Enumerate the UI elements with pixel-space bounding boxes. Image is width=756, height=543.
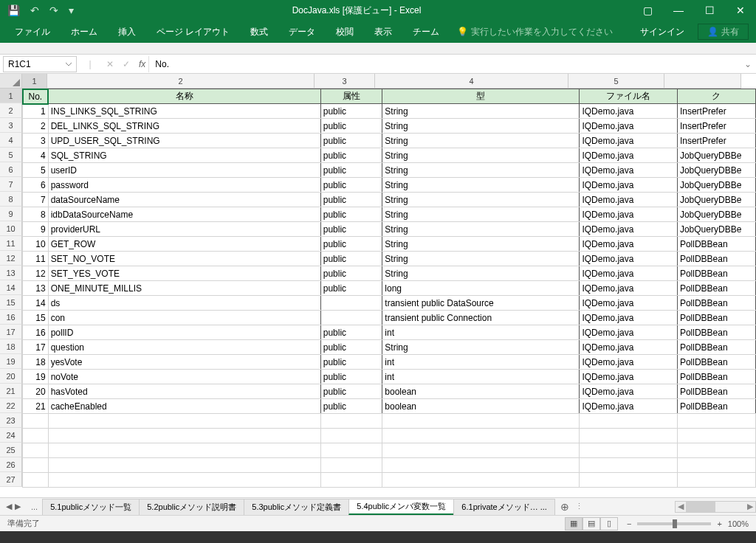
data-cell[interactable] [320, 311, 382, 325]
view-page-layout-button[interactable]: ▤ [583, 517, 600, 530]
row-header[interactable]: 22 [0, 398, 22, 413]
empty-cell[interactable] [48, 473, 320, 488]
row-number-cell[interactable]: 4 [23, 148, 49, 163]
data-cell[interactable]: IQDemo.java [580, 266, 678, 281]
row-header[interactable]: 25 [0, 443, 22, 457]
sheet-tab[interactable]: 5.2publicメソッド説明書 [139, 499, 244, 515]
empty-cell[interactable] [320, 458, 382, 473]
data-cell[interactable]: public [320, 119, 382, 134]
row-number-cell[interactable]: 13 [23, 281, 49, 296]
data-cell[interactable]: yesVote [48, 355, 320, 370]
empty-cell[interactable] [48, 458, 320, 473]
row-header[interactable]: 14 [0, 280, 22, 295]
sheet-tab[interactable]: 6.1privateメソッド… ... [453, 499, 555, 515]
data-cell[interactable]: cacheEnabled [48, 399, 320, 414]
sheet-tab[interactable]: 5.3publicメソッド定義書 [244, 499, 349, 515]
data-cell[interactable]: IQDemo.java [580, 193, 678, 207]
data-cell[interactable]: IQDemo.java [580, 134, 678, 148]
tabs-overflow-left[interactable]: ... [27, 502, 42, 511]
data-cell[interactable]: public [320, 178, 382, 193]
data-cell[interactable]: IQDemo.java [580, 325, 678, 340]
data-cell[interactable]: String [382, 193, 580, 207]
data-cell[interactable]: DEL_LINKS_SQL_STRING [48, 119, 320, 134]
tab-nav-prev-icon[interactable]: ◀ [6, 502, 12, 511]
data-cell[interactable]: public [320, 325, 382, 340]
data-cell[interactable]: String [382, 207, 580, 222]
empty-cell[interactable] [677, 473, 755, 488]
row-number-cell[interactable]: 9 [23, 222, 49, 237]
row-number-cell[interactable]: 1 [23, 104, 49, 119]
empty-cell[interactable] [677, 458, 755, 473]
row-header[interactable]: 26 [0, 457, 22, 472]
table-header-cell[interactable]: 属性 [320, 89, 382, 104]
zoom-percent[interactable]: 100% [728, 519, 749, 528]
data-cell[interactable]: IQDemo.java [580, 119, 678, 134]
data-cell[interactable]: con [48, 311, 320, 325]
row-header[interactable]: 23 [0, 413, 22, 428]
data-cell[interactable]: public [320, 193, 382, 207]
data-cell[interactable]: PollDBBean [677, 370, 755, 384]
data-cell[interactable]: ds [48, 296, 320, 311]
data-cell[interactable]: InsertPrefer [677, 119, 755, 134]
empty-cell[interactable] [23, 414, 49, 429]
column-header[interactable]: 3 [315, 74, 375, 89]
empty-cell[interactable] [320, 429, 382, 443]
data-cell[interactable]: String [382, 104, 580, 119]
data-cell[interactable]: question [48, 340, 320, 355]
data-cell[interactable]: boolean [382, 399, 580, 414]
row-header[interactable]: 10 [0, 221, 22, 236]
data-cell[interactable]: String [382, 266, 580, 281]
data-cell[interactable]: hasVoted [48, 384, 320, 399]
data-cell[interactable]: userID [48, 163, 320, 178]
row-number-cell[interactable]: 11 [23, 252, 49, 266]
row-header[interactable]: 9 [0, 207, 22, 221]
data-cell[interactable]: String [382, 119, 580, 134]
ribbon-tab-6[interactable]: 校閲 [326, 21, 364, 43]
column-header[interactable]: 5 [568, 74, 664, 89]
ribbon-tab-2[interactable]: 挿入 [108, 21, 146, 43]
close-button[interactable]: ✕ [725, 0, 756, 21]
data-cell[interactable]: pollID [48, 325, 320, 340]
table-header-cell[interactable]: ク [677, 89, 755, 104]
data-cell[interactable]: idbDataSourceName [48, 207, 320, 222]
data-cell[interactable]: PollDBBean [677, 355, 755, 370]
zoom-out-button[interactable]: − [627, 519, 631, 528]
empty-cell[interactable] [580, 443, 678, 458]
data-cell[interactable]: IQDemo.java [580, 207, 678, 222]
data-cell[interactable]: SET_NO_VOTE [48, 252, 320, 266]
data-cell[interactable]: public [320, 384, 382, 399]
row-header[interactable]: 18 [0, 339, 22, 354]
data-cell[interactable]: IQDemo.java [580, 340, 678, 355]
empty-cell[interactable] [48, 443, 320, 458]
table-header-cell[interactable]: 型 [382, 89, 580, 104]
chevron-down-icon[interactable] [66, 61, 72, 67]
row-header[interactable]: 17 [0, 325, 22, 339]
table-header-cell[interactable]: 名称 [48, 89, 320, 104]
data-cell[interactable]: IQDemo.java [580, 399, 678, 414]
add-sheet-button[interactable]: ⊕ [554, 501, 575, 513]
data-cell[interactable]: public [320, 163, 382, 178]
row-number-cell[interactable]: 3 [23, 134, 49, 148]
empty-cell[interactable] [23, 458, 49, 473]
data-cell[interactable]: providerURL [48, 222, 320, 237]
empty-cell[interactable] [677, 414, 755, 429]
data-cell[interactable]: PollDBBean [677, 237, 755, 252]
data-cell[interactable]: IQDemo.java [580, 252, 678, 266]
data-cell[interactable]: String [382, 134, 580, 148]
data-cell[interactable]: IQDemo.java [580, 311, 678, 325]
ribbon-options-icon[interactable]: ▢ [632, 0, 663, 21]
row-number-cell[interactable]: 12 [23, 266, 49, 281]
data-cell[interactable]: PollDBBean [677, 296, 755, 311]
row-header[interactable]: 4 [0, 133, 22, 148]
data-cell[interactable]: public [320, 399, 382, 414]
data-cell[interactable]: InsertPrefer [677, 134, 755, 148]
sheet-tab[interactable]: 5.1publicメソッド一覧 [42, 499, 140, 515]
empty-cell[interactable] [382, 414, 580, 429]
row-header[interactable]: 8 [0, 192, 22, 207]
data-cell[interactable]: public [320, 237, 382, 252]
formula-input[interactable]: No. [148, 56, 740, 72]
row-number-cell[interactable]: 14 [23, 296, 49, 311]
data-cell[interactable]: password [48, 178, 320, 193]
data-cell[interactable]: PollDBBean [677, 325, 755, 340]
empty-cell[interactable] [320, 414, 382, 429]
